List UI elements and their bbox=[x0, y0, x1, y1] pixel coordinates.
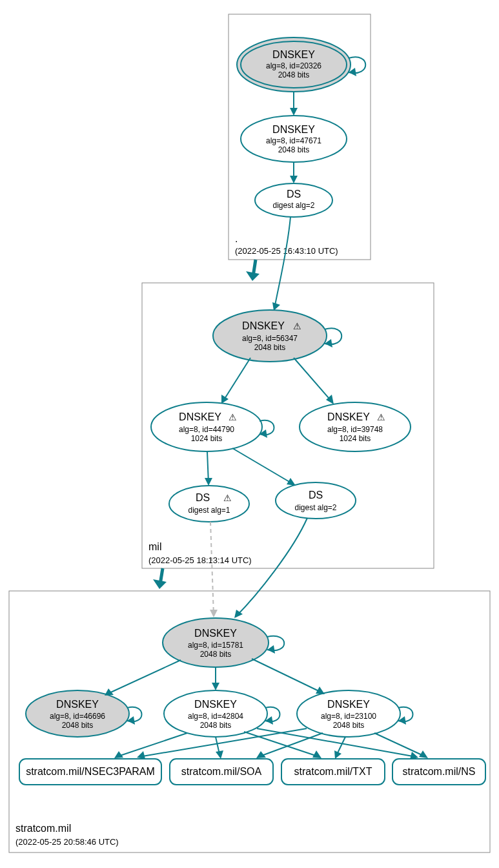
svg-text:digest alg=1: digest alg=1 bbox=[188, 506, 230, 515]
svg-marker-36 bbox=[205, 478, 212, 486]
node-mil-ksk: DNSKEY ⚠ alg=8, id=56347 2048 bits bbox=[213, 310, 327, 362]
svg-text:DNSKEY: DNSKEY bbox=[194, 628, 237, 639]
node-stratcom-k3: DNSKEY alg=8, id=42804 2048 bits bbox=[164, 690, 267, 737]
zone-mil-time: (2022-05-25 18:13:14 UTC) bbox=[148, 555, 252, 565]
svg-text:DS: DS bbox=[287, 189, 301, 200]
svg-marker-27 bbox=[221, 395, 229, 404]
svg-marker-15 bbox=[272, 302, 280, 311]
svg-marker-41 bbox=[210, 610, 218, 617]
zone-stratcom-name: stratcom.mil bbox=[15, 823, 71, 834]
svg-text:alg=8, id=39748: alg=8, id=39748 bbox=[327, 425, 383, 434]
svg-marker-40 bbox=[287, 478, 296, 486]
svg-text:DNSKEY: DNSKEY bbox=[179, 411, 221, 422]
node-mil-ds2: DS digest alg=2 bbox=[276, 482, 356, 519]
svg-marker-16 bbox=[246, 271, 260, 281]
node-root-ksk: DNSKEY alg=8, id=20326 2048 bits bbox=[237, 37, 351, 92]
svg-text:stratcom.mil/NS: stratcom.mil/NS bbox=[403, 766, 476, 777]
svg-text:2048 bits: 2048 bits bbox=[62, 721, 94, 730]
svg-text:2048 bits: 2048 bits bbox=[278, 70, 310, 79]
svg-text:2048 bits: 2048 bits bbox=[333, 721, 365, 730]
svg-text:DNSKEY: DNSKEY bbox=[56, 699, 99, 710]
svg-text:stratcom.mil/NSEC3PARAM: stratcom.mil/NSEC3PARAM bbox=[26, 766, 155, 777]
svg-text:2048 bits: 2048 bits bbox=[200, 650, 232, 659]
warn-icon: ⚠ bbox=[377, 412, 385, 422]
node-stratcom-k2: DNSKEY alg=8, id=46696 2048 bits bbox=[26, 690, 129, 737]
warn-icon: ⚠ bbox=[223, 493, 232, 503]
svg-marker-43 bbox=[153, 579, 167, 589]
svg-text:stratcom.mil/TXT: stratcom.mil/TXT bbox=[294, 766, 372, 777]
svg-text:DNSKEY: DNSKEY bbox=[194, 699, 237, 710]
svg-point-33 bbox=[169, 486, 249, 522]
warn-icon: ⚠ bbox=[229, 412, 237, 422]
svg-text:DS: DS bbox=[309, 490, 323, 501]
zone-root-name: . bbox=[235, 233, 238, 244]
svg-marker-10 bbox=[290, 108, 298, 116]
svg-text:alg=8, id=23100: alg=8, id=23100 bbox=[321, 712, 376, 721]
svg-text:digest alg=2: digest alg=2 bbox=[272, 201, 314, 210]
node-root-ds: DS digest alg=2 bbox=[255, 183, 332, 217]
svg-text:DNSKEY: DNSKEY bbox=[327, 411, 370, 422]
svg-text:1024 bits: 1024 bits bbox=[340, 434, 371, 443]
node-stratcom-k4: DNSKEY alg=8, id=23100 2048 bits bbox=[297, 690, 400, 737]
warn-icon: ⚠ bbox=[293, 321, 301, 331]
node-mil-ds1: DS ⚠ digest alg=1 bbox=[169, 486, 249, 522]
svg-marker-60 bbox=[212, 683, 219, 690]
svg-text:2048 bits: 2048 bits bbox=[254, 343, 286, 352]
zone-mil-name: mil bbox=[148, 541, 161, 552]
svg-text:digest alg=2: digest alg=2 bbox=[294, 503, 336, 512]
svg-text:2048 bits: 2048 bits bbox=[200, 721, 232, 730]
svg-text:alg=8, id=44790: alg=8, id=44790 bbox=[179, 425, 234, 434]
svg-text:DNSKEY: DNSKEY bbox=[272, 49, 315, 60]
svg-marker-75 bbox=[137, 751, 145, 759]
svg-text:DS: DS bbox=[196, 492, 210, 503]
node-mil-zsk1: DNSKEY ⚠ alg=8, id=44790 1024 bits bbox=[151, 402, 262, 451]
svg-text:stratcom.mil/SOA: stratcom.mil/SOA bbox=[181, 766, 262, 777]
svg-text:alg=8, id=42804: alg=8, id=42804 bbox=[188, 712, 243, 721]
svg-text:1024 bits: 1024 bits bbox=[191, 434, 223, 443]
node-mil-zsk2: DNSKEY ⚠ alg=8, id=39748 1024 bits bbox=[300, 402, 411, 451]
svg-text:alg=8, id=20326: alg=8, id=20326 bbox=[266, 61, 321, 70]
svg-text:alg=8, id=15781: alg=8, id=15781 bbox=[188, 641, 243, 650]
svg-marker-72 bbox=[216, 750, 223, 759]
svg-text:2048 bits: 2048 bits bbox=[278, 145, 310, 154]
svg-text:alg=8, id=46696: alg=8, id=46696 bbox=[50, 712, 105, 721]
svg-text:DNSKEY: DNSKEY bbox=[242, 320, 285, 331]
svg-text:DNSKEY: DNSKEY bbox=[327, 699, 370, 710]
svg-text:alg=8, id=56347: alg=8, id=56347 bbox=[242, 334, 298, 343]
node-root-zsk: DNSKEY alg=8, id=47671 2048 bits bbox=[241, 116, 347, 162]
svg-point-37 bbox=[276, 482, 356, 519]
zone-stratcom-time: (2022-05-25 20:58:46 UTC) bbox=[15, 837, 119, 847]
svg-text:alg=8, id=47671: alg=8, id=47671 bbox=[266, 136, 321, 145]
svg-text:DNSKEY: DNSKEY bbox=[272, 124, 315, 135]
svg-marker-14 bbox=[290, 176, 298, 183]
